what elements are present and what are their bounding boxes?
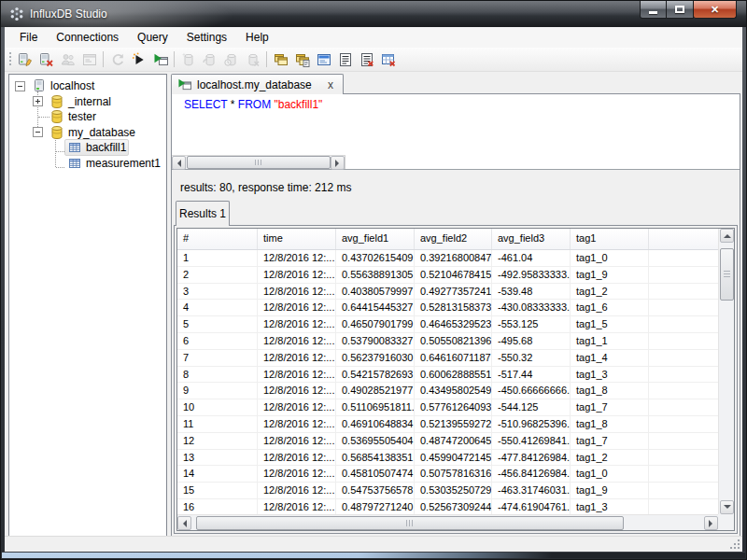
table-row[interactable]: 1112/8/2016 12:...0.46910648834...0.5213… [177,416,718,433]
connection-console-icon [82,52,97,67]
query-tab-close-icon[interactable]: x [324,78,337,91]
tree-item-my-database[interactable]: my_database [9,125,166,141]
resize-grip[interactable] [730,539,740,549]
table-delete-icon [381,52,396,67]
menu-help[interactable]: Help [236,27,278,48]
table-cell-filler [649,284,718,301]
scroll-left-arrow[interactable] [172,156,186,170]
expander-minus-icon[interactable] [33,127,43,137]
title-bar: InfluxDB Studio ✕ [1,1,746,27]
table-cell: -510.96825396... [492,416,571,433]
table-cell: 7 [177,350,258,367]
column-header-avg-field2[interactable]: avg_field2 [415,229,492,249]
toolbar-grip[interactable] [9,52,11,67]
table-cell: 0.48747200645... [415,433,492,450]
sql-editor[interactable]: SELECT * FROM "backfill1" [172,94,740,170]
tree-node: tester [47,108,99,125]
connection-delete-button[interactable] [35,49,57,70]
sql-text: SELECT * FROM "backfill1" [172,94,740,111]
table-cell: 0.50550821396... [415,333,492,350]
table-row[interactable]: 712/8/2016 12:...0.56237916030...0.64616… [177,350,718,367]
column-header-avg-field3[interactable]: avg_field3 [492,229,571,249]
connection-edit-button[interactable] [14,49,35,70]
database-delete-icon [246,52,261,67]
table-row[interactable]: 1312/8/2016 12:...0.56854138351...0.4599… [177,450,718,467]
column-header-num[interactable]: # [177,229,258,249]
table-row[interactable]: 1512/8/2016 12:...0.54753756578...0.5303… [177,483,718,499]
table-delete-button[interactable] [377,49,399,70]
editor-hscroll-thumb[interactable] [187,156,331,169]
list-button[interactable] [334,49,356,70]
table-cell: 12/8/2016 12:... [258,499,336,514]
scroll-left-arrow[interactable] [177,516,191,530]
table-vscroll-thumb[interactable] [720,248,734,301]
run-query-button[interactable] [128,49,149,70]
table-row[interactable]: 212/8/2016 12:...0.55638891305...0.52104… [177,267,718,284]
tree-item-tester[interactable]: tester [9,109,166,125]
tree-item-localhost[interactable]: localhost [9,78,166,94]
table-cell: -550.41269841... [492,433,571,450]
menu-file[interactable]: File [10,27,47,48]
table-row[interactable]: 912/8/2016 12:...0.49028521977...0.43495… [177,383,718,399]
scroll-right-arrow[interactable] [331,156,345,170]
column-header-time[interactable]: time [258,229,336,249]
table-row[interactable]: 1212/8/2016 12:...0.53695505404...0.4874… [177,433,718,450]
tree-item-measurement1[interactable]: measurement1 [9,156,166,172]
table-cell: 0.64616071187... [415,350,492,367]
tree-item--internal[interactable]: _internal [9,94,166,110]
cascade-windows-button[interactable] [270,49,291,70]
table-cell: -461.04 [492,250,571,267]
table-hscrollbar[interactable] [177,514,718,530]
table-hscroll-thumb[interactable] [196,516,624,530]
minimize-button[interactable] [640,1,667,19]
menu-query[interactable]: Query [128,27,177,48]
table-row[interactable]: 812/8/2016 12:...0.54215782693...0.60062… [177,367,718,384]
table-row[interactable]: 1012/8/2016 12:...0.51106951811...0.5776… [177,399,718,416]
table-row[interactable]: 1412/8/2016 12:...0.45810507474...0.5075… [177,466,718,483]
table-cell-filler [649,333,718,350]
query-tab[interactable]: localhost.my_database x [171,74,344,94]
window-query-icon [295,52,310,67]
table-cell: 0.56237916030... [336,350,415,367]
column-header-tag1[interactable]: tag1 [571,229,649,249]
list-delete-button[interactable] [356,49,377,70]
table-cell: -492.95833333... [492,267,571,284]
table-cell-filler [649,499,718,514]
tree-node: measurement1 [64,155,163,172]
table-cell: 0.45990472145... [415,450,492,467]
console-button[interactable] [313,49,334,70]
table-row[interactable]: 612/8/2016 12:...0.53790083327...0.50550… [177,333,718,350]
menu-settings[interactable]: Settings [177,27,236,48]
table-row[interactable]: 512/8/2016 12:...0.46507901799...0.46465… [177,316,718,333]
table-row[interactable]: 112/8/2016 12:...0.43702615409...0.39216… [177,250,718,267]
tree-node: backfill1 [64,139,129,156]
table-cell: -539.48 [492,284,571,301]
expander-plus-icon[interactable] [33,96,43,106]
close-button[interactable]: ✕ [694,1,737,19]
expander-minus-icon[interactable] [15,81,25,91]
scroll-right-arrow[interactable] [704,516,718,530]
table-cell: tag1_8 [571,416,649,433]
scroll-down-arrow[interactable] [720,500,734,514]
menu-connections[interactable]: Connections [47,27,128,48]
window-query-button[interactable] [291,49,313,70]
tree-item-backfill1[interactable]: backfill1 [9,140,166,156]
run-query-new-tab-button[interactable] [149,49,171,70]
table-cell-filler [649,483,718,499]
status-bar [5,536,742,552]
column-header-avg-field1[interactable]: avg_field1 [336,229,415,249]
scroll-up-arrow[interactable] [720,229,734,243]
results-tab[interactable]: Results 1 [176,201,230,226]
table-row[interactable]: 312/8/2016 12:...0.40380579997...0.49277… [177,284,718,301]
table-cell: 0.40380579997... [336,284,415,301]
table-row[interactable]: 1612/8/2016 12:...0.48797271240...0.5256… [177,499,718,514]
table-vscrollbar[interactable] [718,229,734,514]
expander-placeholder [50,143,61,153]
table-row[interactable]: 412/8/2016 12:...0.64415445327...0.52813… [177,300,718,316]
table-cell: 12/8/2016 12:... [258,466,336,483]
table-cell: 12/8/2016 12:... [258,350,336,367]
editor-hscrollbar[interactable] [172,155,345,169]
maximize-button[interactable] [667,1,694,19]
table-cell: 0.48797271240... [336,499,415,514]
table-cell: 12/8/2016 12:... [258,483,336,499]
